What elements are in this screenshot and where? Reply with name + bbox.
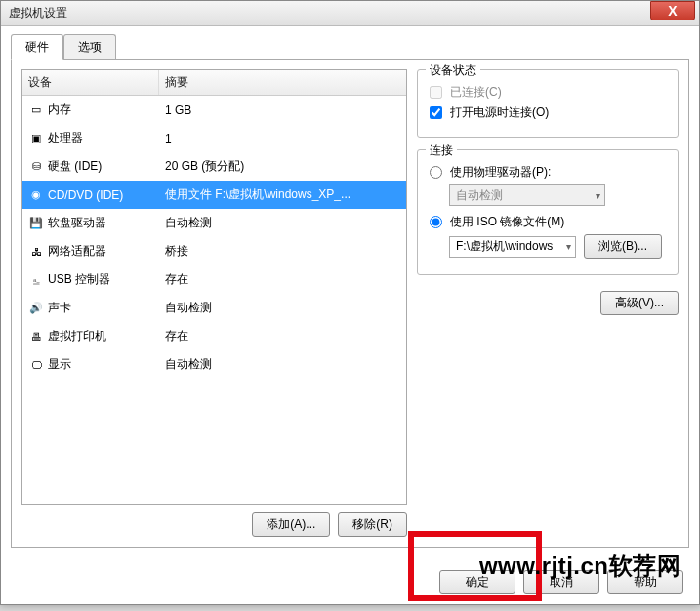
connected-checkbox [430,86,442,99]
tab-bar: 硬件 选项 [11,34,689,60]
device-row[interactable]: 🔊声卡自动检测 [22,294,406,322]
connected-label: 已连接(C) [450,84,502,101]
use-physical-radio[interactable] [430,166,442,179]
close-button[interactable]: X [650,1,695,20]
connection-group: 连接 使用物理驱动器(P): 自动检测 使用 ISO 镜像文件(M) [417,149,679,275]
device-summary: 1 GB [159,100,406,121]
device-summary: 自动检测 [159,352,406,377]
network-icon: 🖧 [28,245,44,259]
device-name: CD/DVD (IDE) [48,188,123,202]
device-status-group: 设备状态 已连接(C) 打开电源时连接(O) [417,69,679,138]
device-name: 虚拟打印机 [48,328,106,345]
device-row[interactable]: 🖧网络适配器桥接 [22,237,406,265]
use-iso-radio[interactable] [430,216,442,228]
device-row[interactable]: ▭内存1 GB [22,96,406,124]
device-row[interactable]: 💾软盘驱动器自动检测 [22,209,406,237]
device-name: 处理器 [48,130,83,146]
physical-drive-dropdown: 自动检测 [449,184,605,206]
device-summary: 20 GB (预分配) [159,154,406,179]
display-icon: 🖵 [28,358,44,372]
connect-on-power-checkbox[interactable] [430,106,442,119]
device-row[interactable]: 🖶虚拟打印机存在 [22,322,406,350]
cpu-icon: ▣ [28,132,44,145]
device-table: 设备 摘要 ▭内存1 GB▣处理器1⛁硬盘 (IDE)20 GB (预分配)◉C… [21,69,407,505]
device-summary: 自动检测 [159,211,406,235]
col-device-header: 设备 [22,70,159,95]
col-summary-header: 摘要 [159,70,406,95]
floppy-icon: 💾 [28,217,44,230]
device-name: 声卡 [48,300,71,316]
device-summary: 1 [159,128,406,149]
connection-title: 连接 [426,143,457,159]
add-button[interactable]: 添加(A)... [252,512,330,537]
device-name: 网络适配器 [48,243,106,260]
left-button-row: 添加(A)... 移除(R) [21,512,407,537]
iso-path-dropdown[interactable]: F:\虚拟机\windows [449,236,576,258]
device-summary: 桥接 [159,239,406,264]
device-name: 硬盘 (IDE) [48,158,102,175]
close-icon: X [668,3,677,19]
usb-icon: ⎁ [28,273,44,287]
window-title: 虚拟机设置 [9,5,699,21]
device-row[interactable]: ▣处理器1 [22,124,406,152]
device-row[interactable]: ⛁硬盘 (IDE)20 GB (预分配) [22,152,406,181]
watermark-text: www.rjtj.cn软荐网 [479,550,680,582]
device-row[interactable]: ⎁USB 控制器存在 [22,265,406,294]
titlebar: 虚拟机设置 X [1,1,699,26]
dialog-body: 设备 摘要 ▭内存1 GB▣处理器1⛁硬盘 (IDE)20 GB (预分配)◉C… [11,60,689,548]
tab-hardware[interactable]: 硬件 [11,34,63,60]
sound-icon: 🔊 [28,302,44,315]
device-table-header: 设备 摘要 [22,70,406,96]
device-summary: 使用文件 F:\虚拟机\windows_XP_... [159,183,406,207]
device-name: 内存 [48,102,71,118]
device-summary: 自动检测 [159,296,406,320]
remove-button[interactable]: 移除(R) [338,512,407,537]
hardware-list-panel: 设备 摘要 ▭内存1 GB▣处理器1⛁硬盘 (IDE)20 GB (预分配)◉C… [21,69,407,537]
cd-icon: ◉ [28,188,44,202]
advanced-button[interactable]: 高级(V)... [600,291,679,315]
memory-icon: ▭ [28,103,44,117]
vm-settings-window: 虚拟机设置 X 硬件 选项 设备 摘要 ▭内存1 GB▣处理器1⛁硬盘 (IDE… [0,0,700,605]
right-panel: 设备状态 已连接(C) 打开电源时连接(O) 连接 使用物理驱动器(P): [417,69,679,537]
printer-icon: 🖶 [28,330,44,344]
device-row[interactable]: ◉CD/DVD (IDE)使用文件 F:\虚拟机\windows_XP_... [22,181,406,209]
tab-options[interactable]: 选项 [63,34,116,59]
device-summary: 存在 [159,324,406,348]
device-status-title: 设备状态 [426,62,480,79]
browse-button[interactable]: 浏览(B)... [584,234,662,259]
device-name: 软盘驱动器 [48,215,106,231]
device-summary: 存在 [159,267,406,292]
device-name: 显示 [48,356,71,373]
use-physical-label: 使用物理驱动器(P): [450,164,551,181]
content-area: 硬件 选项 设备 摘要 ▭内存1 GB▣处理器1⛁硬盘 (IDE)20 GB (… [1,26,699,555]
connect-on-power-label: 打开电源时连接(O) [450,104,549,121]
device-row[interactable]: 🖵显示自动检测 [22,350,406,379]
device-name: USB 控制器 [48,271,110,288]
disk-icon: ⛁ [28,160,44,174]
use-iso-label: 使用 ISO 镜像文件(M) [450,214,564,230]
